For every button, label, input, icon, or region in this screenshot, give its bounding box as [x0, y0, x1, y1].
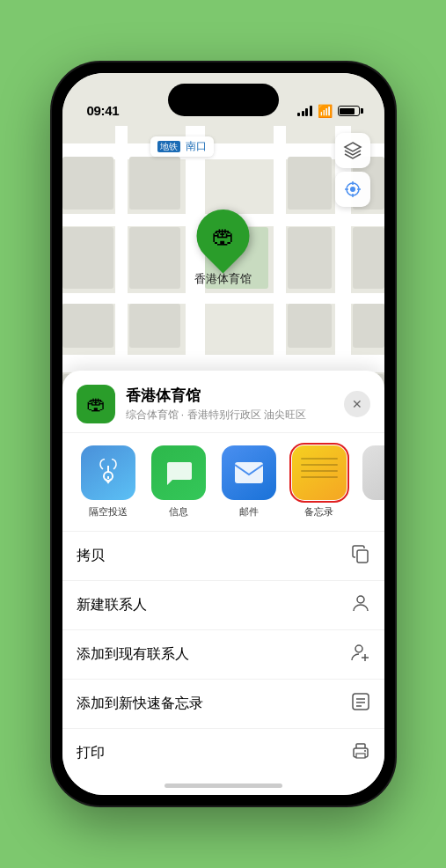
battery-icon — [338, 106, 360, 116]
pin-label: 香港体育馆 — [194, 271, 252, 287]
action-quick-note[interactable]: 添加到新快速备忘录 — [62, 680, 384, 729]
svg-point-11 — [355, 645, 362, 652]
signal-icon — [297, 106, 312, 116]
home-indicator — [165, 783, 282, 788]
mail-icon — [222, 445, 276, 500]
share-airdrop[interactable]: 隔空投送 — [77, 445, 140, 519]
share-mail[interactable]: 邮件 — [217, 445, 281, 519]
location-name: 香港体育馆 — [126, 386, 344, 406]
location-detail: 综合体育馆 · 香港特别行政区 油尖旺区 — [126, 408, 344, 423]
note-icon — [351, 692, 370, 716]
svg-rect-8 — [235, 462, 263, 483]
phone-screen: 09:41 📶 — [62, 73, 384, 795]
add-contact-label: 添加到现有联系人 — [77, 645, 189, 664]
map-controls — [335, 133, 370, 210]
mail-label: 邮件 — [239, 505, 259, 519]
messages-icon — [151, 445, 206, 500]
status-icons: 📶 — [297, 104, 360, 118]
action-copy[interactable]: 拷贝 — [62, 532, 384, 581]
svg-rect-14 — [353, 694, 369, 710]
status-time: 09:41 — [87, 103, 120, 118]
map-layers-button[interactable] — [335, 133, 370, 168]
share-messages[interactable]: 信息 — [147, 445, 210, 519]
pin-icon: 🏟 — [186, 199, 260, 274]
share-more[interactable]: 提 — [358, 445, 384, 519]
messages-label: 信息 — [169, 505, 188, 519]
svg-point-20 — [364, 750, 366, 752]
quick-note-label: 添加到新快速备忘录 — [77, 695, 203, 713]
print-icon — [351, 741, 370, 765]
action-print[interactable]: 打印 — [62, 729, 384, 777]
print-label: 打印 — [77, 744, 105, 762]
copy-icon — [351, 544, 370, 568]
location-info: 香港体育馆 综合体育馆 · 香港特别行政区 油尖旺区 — [126, 386, 344, 423]
more-icon — [362, 445, 384, 500]
location-button[interactable] — [335, 172, 370, 207]
svg-point-1 — [350, 187, 355, 192]
svg-rect-9 — [357, 550, 368, 563]
location-venue-icon: 🏟 — [77, 385, 115, 423]
airdrop-label: 隔空投送 — [89, 505, 128, 519]
bottom-sheet: 🏟 香港体育馆 综合体育馆 · 香港特别行政区 油尖旺区 ✕ — [62, 371, 384, 795]
notes-icon — [292, 445, 347, 500]
dynamic-island — [168, 84, 279, 116]
location-header: 🏟 香港体育馆 综合体育馆 · 香港特别行政区 油尖旺区 ✕ — [62, 371, 384, 433]
person-add-icon — [351, 643, 370, 666]
copy-label: 拷贝 — [77, 547, 105, 565]
wifi-icon: 📶 — [318, 104, 333, 118]
location-pin: 🏟 香港体育馆 — [194, 210, 252, 287]
share-row: 隔空投送 信息 — [62, 433, 384, 532]
location-badge: 地铁 南口 — [150, 136, 214, 157]
svg-point-10 — [357, 596, 364, 603]
close-button[interactable]: ✕ — [344, 391, 370, 417]
action-add-contact[interactable]: 添加到现有联系人 — [62, 630, 384, 680]
svg-rect-19 — [356, 754, 365, 758]
airdrop-icon — [81, 445, 135, 500]
share-notes[interactable]: 备忘录 — [288, 445, 351, 519]
person-icon — [351, 593, 370, 617]
action-new-contact[interactable]: 新建联系人 — [62, 581, 384, 630]
new-contact-label: 新建联系人 — [77, 596, 147, 614]
phone-frame: 09:41 📶 — [52, 63, 395, 805]
notes-label: 备忘录 — [304, 505, 333, 519]
